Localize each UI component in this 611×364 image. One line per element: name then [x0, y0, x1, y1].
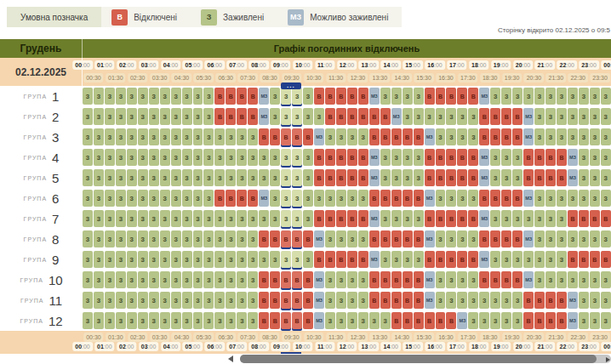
- schedule-cell: МЗ: [314, 312, 324, 329]
- schedule-cell: З: [314, 108, 324, 125]
- schedule-cell: З: [403, 251, 413, 268]
- schedule-cell: З: [182, 230, 192, 247]
- schedule-cell: З: [347, 292, 357, 309]
- schedule-cell: З: [414, 88, 424, 105]
- schedule-cell: З: [512, 169, 522, 186]
- scrollbar-right-arrow-icon[interactable]: [606, 357, 610, 362]
- half-hour-label: 12:30: [348, 333, 368, 342]
- group-label: ГРУПА: [24, 134, 47, 140]
- scrollbar-left-arrow-icon[interactable]: [228, 355, 233, 362]
- schedule-cell: З: [490, 312, 500, 329]
- schedule-cell: З: [490, 292, 500, 309]
- schedule-cell: В: [380, 108, 391, 125]
- schedule-cell: З: [501, 210, 511, 227]
- schedule-cell: В: [281, 230, 291, 247]
- schedule-cell: З: [270, 108, 280, 125]
- schedule-cell: З: [193, 190, 203, 207]
- schedule-cell: В: [579, 210, 589, 227]
- schedule-cell: З: [203, 88, 214, 105]
- schedule-cell: З: [193, 271, 203, 288]
- schedule-cell: В: [226, 88, 236, 105]
- legend-item: В Відключені: [101, 7, 191, 27]
- schedule-cell: В: [436, 251, 446, 268]
- schedule-cell: З: [182, 169, 192, 186]
- schedule-cell: В: [512, 190, 522, 207]
- schedule-cell: В: [336, 108, 346, 125]
- schedule-cell: З: [214, 271, 225, 288]
- hour-label: 16:00: [425, 342, 445, 351]
- schedule-cell: З: [248, 312, 258, 329]
- schedule-cell: З: [83, 230, 93, 247]
- half-hour-label: 13:30: [370, 333, 391, 342]
- schedule-cell: В: [347, 251, 357, 268]
- schedule-cell: З: [203, 251, 214, 268]
- schedule-cell: З: [171, 251, 181, 268]
- schedule-cell: МЗ: [314, 271, 324, 288]
- schedule-cell: З: [347, 190, 357, 207]
- schedule-cell: З: [579, 271, 589, 288]
- schedule-cell: В: [512, 271, 522, 288]
- schedule-cell: З: [138, 292, 148, 309]
- schedule-cell: В: [336, 210, 346, 227]
- schedule-cell: МЗ: [259, 108, 269, 125]
- schedule-cell: МЗ: [391, 108, 402, 125]
- schedule-cell: З: [292, 108, 302, 125]
- half-hour-label: 22:30: [568, 73, 588, 82]
- schedule-cell: З: [237, 210, 247, 227]
- schedule-cell: В: [446, 312, 456, 329]
- schedule-cell: З: [545, 271, 556, 288]
- hour-label: 13:00: [359, 60, 380, 70]
- schedule-cell: В: [325, 210, 335, 227]
- schedule-cell: МЗ: [523, 190, 534, 207]
- schedule-cell: З: [171, 128, 181, 145]
- schedule-cell: В: [534, 292, 545, 309]
- schedule-cell: В: [314, 251, 324, 268]
- schedule-cell: В: [226, 190, 236, 207]
- hour-label: 19:00: [491, 342, 511, 351]
- half-hour-label: 06:30: [215, 333, 236, 342]
- schedule-cell: З: [545, 128, 556, 145]
- schedule-cell: В: [248, 190, 258, 207]
- schedule-cell: З: [601, 190, 611, 207]
- schedule-cell: В: [468, 88, 478, 105]
- schedule-cell: МЗ: [369, 149, 380, 166]
- schedule-cell: З: [149, 271, 159, 288]
- schedule-cell: В: [403, 190, 413, 207]
- group-number: 5: [52, 171, 59, 185]
- schedule-cell: З: [94, 210, 104, 227]
- schedule-cell: З: [501, 312, 511, 329]
- schedule-cell: МЗ: [568, 292, 578, 309]
- half-hour-label: 10:30: [304, 333, 324, 342]
- schedule-cell: З: [226, 210, 236, 227]
- half-hour-label: 17:30: [458, 73, 478, 82]
- schedule-cell: З: [203, 108, 214, 125]
- schedule-cell: З: [83, 88, 93, 105]
- schedule-cell: З: [138, 190, 148, 207]
- hour-label: 15:00: [403, 342, 423, 351]
- schedule-cell: В: [490, 108, 500, 125]
- schedule-cell: З: [105, 108, 115, 125]
- schedule-cell: З: [94, 251, 104, 268]
- schedule-cell: З: [160, 292, 170, 309]
- half-hour-label: 07:30: [237, 333, 258, 342]
- schedule-cell: З: [545, 108, 556, 125]
- scrollbar-track[interactable]: [240, 355, 611, 363]
- hour-label: 14:00: [380, 60, 401, 70]
- schedule-cell: З: [248, 128, 258, 145]
- schedule-cell: В: [380, 230, 391, 247]
- schedule-cell: З: [336, 271, 346, 288]
- hour-label: 08:00: [248, 60, 269, 70]
- scrollbar-thumb[interactable]: [240, 355, 597, 363]
- schedule-cell: З: [425, 108, 435, 125]
- half-hour-label: 06:30: [215, 73, 236, 82]
- schedule-cell: З: [501, 169, 511, 186]
- schedule-cell: З: [557, 190, 567, 207]
- schedule-cell: В: [248, 88, 258, 105]
- schedule-cell: В: [479, 190, 489, 207]
- half-hour-label: 05:30: [194, 73, 214, 82]
- schedule-cell: З: [601, 312, 611, 329]
- schedule-cell: В: [358, 108, 368, 125]
- schedule-cell: З: [281, 251, 291, 268]
- group-cells: ЗЗЗЗЗЗЗЗЗЗЗЗЗЗЗЗЗЗЗЗЗВВВВВМЗЗЗЗЗВВВВВМЗЗ…: [83, 168, 611, 188]
- half-hour-label: 23:30: [590, 73, 610, 82]
